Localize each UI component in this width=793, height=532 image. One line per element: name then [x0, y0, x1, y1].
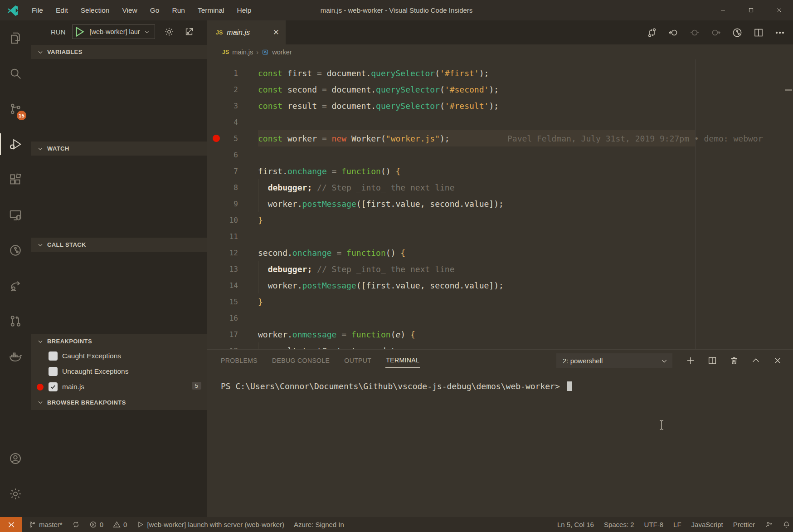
launch-config-dropdown[interactable]: [web-worker] laur: [86, 25, 155, 39]
status-encoding[interactable]: UTF-8: [644, 521, 664, 528]
status-warnings[interactable]: 0: [113, 521, 127, 528]
explorer-icon[interactable]: [0, 20, 31, 56]
line-number[interactable]: 9: [207, 200, 248, 208]
maximize-panel-icon[interactable]: [745, 351, 767, 370]
breakpoint-dot: [37, 384, 44, 390]
menu-item-help[interactable]: Help: [231, 0, 258, 20]
breakpoint-row[interactable]: Caught Exceptions: [31, 348, 207, 364]
line-number[interactable]: 8: [207, 183, 248, 192]
checkbox-checked[interactable]: [49, 382, 58, 391]
terminal-prompt-line: PS C:\Users\Connor\Documents\Github\vsco…: [221, 381, 572, 391]
menu-item-run[interactable]: Run: [165, 0, 191, 20]
settings-icon[interactable]: [0, 476, 31, 512]
status-launch-config[interactable]: [web-worker] launch with server (web-wor…: [136, 521, 284, 528]
nav-forward-icon[interactable]: [705, 24, 726, 42]
breadcrumb-file[interactable]: main.js: [232, 49, 253, 56]
breadcrumb-symbol[interactable]: worker: [272, 49, 292, 56]
line-number[interactable]: 10: [207, 216, 248, 225]
breakpoint-dot[interactable]: [213, 135, 220, 142]
menu-item-edit[interactable]: Edit: [49, 0, 74, 20]
accounts-icon[interactable]: [0, 441, 31, 476]
minimize-button[interactable]: [709, 0, 737, 20]
pull-request-icon[interactable]: [0, 303, 31, 339]
line-number[interactable]: 6: [207, 151, 248, 159]
timeline-icon[interactable]: [0, 233, 31, 268]
extensions-icon[interactable]: [0, 162, 31, 197]
line-number[interactable]: 14: [207, 281, 248, 290]
line-number[interactable]: 1: [207, 69, 248, 78]
menu-item-terminal[interactable]: Terminal: [191, 0, 231, 20]
close-panel-icon[interactable]: [767, 351, 788, 370]
section-header-call-stack[interactable]: CALL STACK: [31, 238, 207, 252]
git-compare-icon[interactable]: [641, 24, 662, 42]
line-number[interactable]: 7: [207, 167, 248, 176]
status-azure-account[interactable]: Azure: Signed In: [294, 521, 344, 528]
split-terminal-icon[interactable]: [701, 351, 723, 370]
tab-main-js[interactable]: JS main.js ✕: [207, 20, 286, 44]
editor-tab-bar: JS main.js ✕: [207, 20, 793, 44]
menu-item-file[interactable]: File: [25, 0, 49, 20]
remote-explorer-icon[interactable]: [0, 197, 31, 233]
panel-tab-terminal[interactable]: TERMINAL: [385, 353, 420, 368]
split-editor-icon[interactable]: [748, 24, 769, 42]
status-feedback[interactable]: [765, 521, 773, 528]
more-actions-icon[interactable]: [769, 24, 790, 42]
checkbox-unchecked[interactable]: [49, 351, 58, 361]
menu-item-selection[interactable]: Selection: [74, 0, 116, 20]
close-tab-icon[interactable]: ✕: [273, 28, 279, 37]
section-header-watch[interactable]: WATCH: [31, 142, 207, 156]
live-share-icon[interactable]: [0, 268, 31, 303]
line-number[interactable]: 3: [207, 102, 248, 110]
line-number[interactable]: 17: [207, 330, 248, 339]
debug-console-icon[interactable]: [181, 24, 197, 39]
menu-item-view[interactable]: View: [116, 0, 143, 20]
status-formatter[interactable]: Prettier: [733, 521, 755, 528]
section-header-breakpoints[interactable]: BREAKPOINTS: [31, 334, 207, 348]
panel-tab-output[interactable]: OUTPUT: [344, 353, 372, 368]
breakpoint-row[interactable]: Uncaught Exceptions: [31, 364, 207, 379]
terminal[interactable]: PS C:\Users\Connor\Documents\Github\vsco…: [207, 371, 793, 517]
start-debug-button[interactable]: [73, 25, 86, 39]
maximize-button[interactable]: [737, 0, 765, 20]
line-number[interactable]: 4: [207, 118, 248, 127]
menu-item-go[interactable]: Go: [144, 0, 166, 20]
line-number[interactable]: 16: [207, 314, 248, 322]
new-terminal-icon[interactable]: [680, 351, 701, 370]
status-notifications[interactable]: [783, 521, 790, 528]
status-eol[interactable]: LF: [673, 521, 681, 528]
close-button[interactable]: [765, 0, 793, 20]
line-number[interactable]: 18: [207, 347, 248, 350]
section-header-browser-breakpoints[interactable]: BROWSER BREAKPOINTS: [31, 395, 207, 410]
breakpoint-row[interactable]: main.js5: [31, 379, 207, 395]
timeline-icon[interactable]: [726, 24, 748, 42]
search-icon[interactable]: [0, 56, 31, 91]
line-number[interactable]: 15: [207, 298, 248, 306]
checkbox-unchecked[interactable]: [49, 367, 58, 376]
bottom-panel: PROBLEMSDEBUG CONSOLEOUTPUTTERMINAL 2: p…: [207, 349, 793, 517]
status-indentation[interactable]: Spaces: 2: [604, 521, 634, 528]
panel-tab-problems[interactable]: PROBLEMS: [220, 353, 258, 368]
kill-terminal-icon[interactable]: [723, 351, 745, 370]
status-language-mode[interactable]: JavaScript: [691, 521, 723, 528]
docker-icon[interactable]: [0, 339, 31, 374]
status-errors[interactable]: 0: [89, 521, 103, 528]
status-sync[interactable]: [72, 521, 80, 528]
run-debug-icon[interactable]: [0, 127, 31, 162]
line-number[interactable]: 13: [207, 265, 248, 273]
terminal-select-dropdown[interactable]: 2: powershell: [556, 353, 672, 368]
code-text: debugger; // Step _into_ the next line: [248, 264, 455, 274]
status-git-branch[interactable]: master*: [29, 521, 63, 528]
code-line: 16: [207, 310, 793, 326]
line-number[interactable]: 2: [207, 85, 248, 94]
section-header-variables[interactable]: VARIABLES: [31, 45, 207, 59]
nav-back-icon[interactable]: [662, 24, 684, 42]
line-number[interactable]: 12: [207, 249, 248, 257]
line-number[interactable]: 11: [207, 232, 248, 241]
status-cursor-position[interactable]: Ln 5, Col 16: [557, 521, 594, 528]
nav-circle-icon[interactable]: [684, 24, 705, 42]
source-control-icon[interactable]: 15: [0, 91, 31, 127]
panel-tab-debug-console[interactable]: DEBUG CONSOLE: [272, 353, 330, 368]
configure-gear-icon[interactable]: [161, 24, 177, 39]
code-editor[interactable]: 1const first = document.querySelector('#…: [207, 59, 793, 349]
status-remote-indicator[interactable]: [0, 517, 22, 532]
